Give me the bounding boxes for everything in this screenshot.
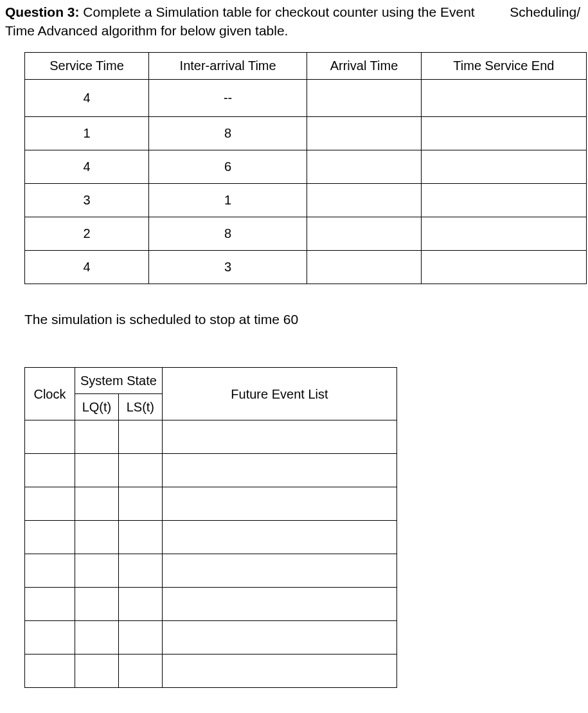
question-right-word: Scheduling/ xyxy=(510,3,580,21)
table-cell xyxy=(421,79,586,116)
table-cell xyxy=(421,183,586,217)
table-cell: 8 xyxy=(148,116,307,150)
t1-body: 4--1846312843 xyxy=(25,79,587,284)
table-row: 31 xyxy=(25,183,587,217)
table-cell xyxy=(75,654,118,688)
table-cell: 1 xyxy=(148,183,307,217)
table-row xyxy=(25,554,397,588)
table-cell: 2 xyxy=(25,217,149,250)
table-cell: 4 xyxy=(25,250,149,284)
table-cell xyxy=(162,588,396,621)
question-header: Scheduling/ Question 3: Complete a Simul… xyxy=(5,3,587,41)
table-cell xyxy=(75,420,118,454)
table-cell: 4 xyxy=(25,150,149,183)
table-cell xyxy=(75,521,118,554)
table-row xyxy=(25,420,397,454)
table-row xyxy=(25,487,397,521)
simulation-data-table: Service Time Inter-arrival Time Arrival … xyxy=(24,52,587,284)
table-row: 46 xyxy=(25,150,587,183)
table-cell xyxy=(25,420,75,454)
table-cell xyxy=(421,217,586,250)
table-row: 43 xyxy=(25,250,587,284)
table-cell xyxy=(421,250,586,284)
t2-header-system-state: System State xyxy=(75,368,162,394)
table-cell xyxy=(162,621,396,654)
t2-header-ls: LS(t) xyxy=(118,394,162,420)
table-cell xyxy=(307,183,421,217)
table-cell xyxy=(75,588,118,621)
question-text-1: Complete a Simulation table for checkout… xyxy=(80,5,475,19)
table-cell: 3 xyxy=(148,250,307,284)
t2-body xyxy=(25,420,397,688)
table-cell xyxy=(162,554,396,588)
table-row: 18 xyxy=(25,116,587,150)
table-row: 28 xyxy=(25,217,587,250)
table-row xyxy=(25,654,397,688)
table-cell xyxy=(162,487,396,521)
table-cell xyxy=(162,654,396,688)
table-cell xyxy=(75,487,118,521)
table-row xyxy=(25,521,397,554)
t2-header-clock: Clock xyxy=(25,368,75,420)
t1-header-arrival: Arrival Time xyxy=(307,52,421,79)
table-cell xyxy=(307,217,421,250)
table-cell xyxy=(307,116,421,150)
table-cell xyxy=(25,554,75,588)
table-cell: 8 xyxy=(148,217,307,250)
question-text-2: Time Advanced algorithm for below given … xyxy=(5,23,288,38)
table-row xyxy=(25,454,397,487)
t1-header-interarrival: Inter-arrival Time xyxy=(148,52,307,79)
table-cell xyxy=(118,454,162,487)
table-cell xyxy=(118,487,162,521)
table-cell xyxy=(421,150,586,183)
table-cell: 1 xyxy=(25,116,149,150)
table-cell xyxy=(118,588,162,621)
table-cell xyxy=(25,588,75,621)
t2-header-fel: Future Event List xyxy=(162,368,396,420)
table-cell xyxy=(307,250,421,284)
table-cell: 3 xyxy=(25,183,149,217)
table-cell xyxy=(25,621,75,654)
table-cell xyxy=(307,79,421,116)
table-cell xyxy=(25,487,75,521)
table-cell: 4 xyxy=(25,79,149,116)
table-cell xyxy=(75,621,118,654)
table-cell xyxy=(25,521,75,554)
table-cell xyxy=(118,621,162,654)
table-cell xyxy=(118,420,162,454)
table-cell xyxy=(421,116,586,150)
table-row: 4-- xyxy=(25,79,587,116)
t1-header-serviceend: Time Service End xyxy=(421,52,586,79)
question-number: Question 3: xyxy=(5,5,80,19)
table-cell: 6 xyxy=(148,150,307,183)
table-cell xyxy=(162,454,396,487)
table-cell xyxy=(307,150,421,183)
table-cell xyxy=(25,454,75,487)
table-cell xyxy=(75,554,118,588)
table-cell xyxy=(118,654,162,688)
table-cell xyxy=(162,420,396,454)
table-cell: -- xyxy=(148,79,307,116)
table-row xyxy=(25,621,397,654)
table-cell xyxy=(118,521,162,554)
table-cell xyxy=(162,521,396,554)
table-cell xyxy=(75,454,118,487)
event-schedule-table: Clock System State Future Event List LQ(… xyxy=(24,367,397,688)
t1-header-service: Service Time xyxy=(25,52,149,79)
table-cell xyxy=(25,654,75,688)
stop-time-text: The simulation is scheduled to stop at t… xyxy=(24,310,587,329)
table-row xyxy=(25,588,397,621)
table-cell xyxy=(118,554,162,588)
t2-header-lq: LQ(t) xyxy=(75,394,118,420)
